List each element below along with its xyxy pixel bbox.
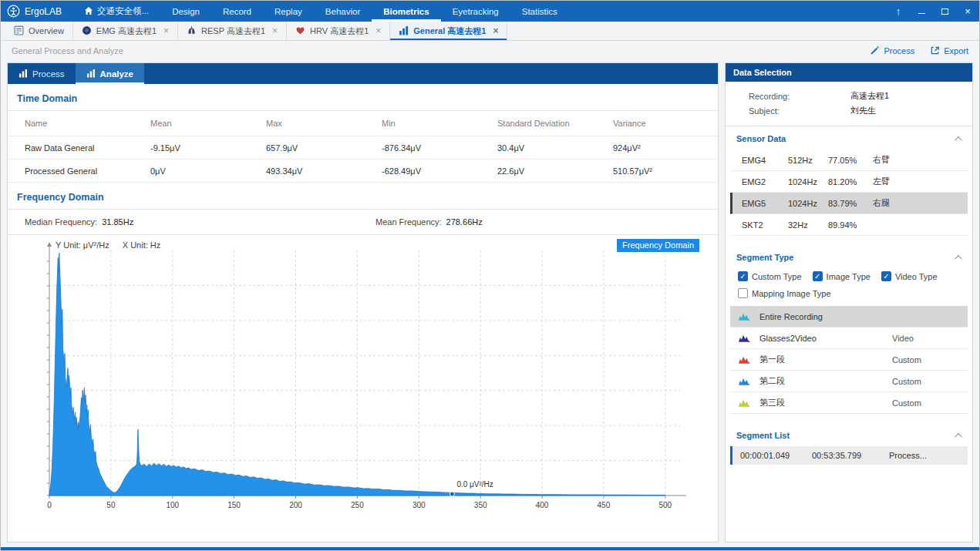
menu-item-behavior[interactable]: Behavior bbox=[314, 1, 372, 22]
chevron-up-icon bbox=[955, 432, 962, 440]
top-menu-bar: ErgoLAB 交通安全领... Design Record Replay Be… bbox=[1, 1, 979, 22]
svg-text:300: 300 bbox=[413, 501, 426, 509]
export-icon bbox=[930, 45, 940, 57]
tab-process[interactable]: Process bbox=[8, 63, 76, 84]
subject-value: 刘先生 bbox=[850, 105, 965, 116]
checkbox-custom-type[interactable]: Custom Type bbox=[738, 271, 802, 281]
export-action-button[interactable]: Export bbox=[930, 45, 968, 57]
tab-close-icon[interactable]: × bbox=[493, 25, 498, 36]
tab-close-icon[interactable]: × bbox=[163, 25, 169, 36]
sensor-row[interactable]: SKT2 32Hz 89.94% bbox=[730, 214, 968, 236]
svg-text:0: 0 bbox=[47, 501, 52, 509]
tab-close-icon[interactable]: × bbox=[272, 25, 278, 36]
recording-row: Recording: 高速去程1 bbox=[749, 89, 965, 103]
doc-tab-label: RESP 高速去程1 bbox=[201, 25, 265, 37]
pencil-icon bbox=[870, 45, 880, 57]
menu-item-label: Replay bbox=[274, 7, 302, 16]
process-action-button[interactable]: Process bbox=[870, 45, 914, 57]
doc-tab-hrv[interactable]: HRV 高速去程1 × bbox=[287, 22, 390, 40]
checkbox-image-type[interactable]: Image Type bbox=[813, 271, 871, 281]
table-row: Processed General 0μV 493.34μV -628.49μV… bbox=[8, 160, 718, 183]
sensor-row-selected[interactable]: EMG5 1024Hz 83.79% 右腿 bbox=[730, 193, 968, 214]
menu-item-record[interactable]: Record bbox=[211, 1, 263, 22]
segment-row-selected[interactable]: Entire Recording bbox=[730, 306, 968, 328]
column-header: Name bbox=[25, 119, 150, 128]
sensor-data-section-header[interactable]: Sensor Data bbox=[730, 126, 968, 150]
maximize-button[interactable] bbox=[933, 1, 956, 22]
menu-item-label: Statistics bbox=[522, 7, 557, 16]
segment-row[interactable]: Glasses2Video Video bbox=[730, 328, 968, 349]
cell: 657.9μV bbox=[266, 143, 382, 153]
segment-type-section: Segment Type Custom Type Image Type Vide… bbox=[726, 245, 972, 414]
segment-type-section-header[interactable]: Segment Type bbox=[730, 245, 968, 268]
menu-item-design[interactable]: Design bbox=[160, 1, 211, 22]
doc-tab-label: Overview bbox=[29, 26, 64, 35]
menu-item-eyetracking[interactable]: Eyetracking bbox=[441, 1, 510, 22]
data-selection-header: Data Selection bbox=[726, 63, 972, 82]
menu-item-label: Record bbox=[223, 7, 251, 16]
action-label: Process bbox=[884, 46, 914, 55]
document-tab-bar: Overview EMG 高速去程1 × RESP 高速去程1 × HRV 高速… bbox=[1, 22, 979, 41]
segment-type-filters: Custom Type Image Type Video Type Mappin… bbox=[730, 268, 968, 306]
cell: -876.34μV bbox=[382, 143, 497, 153]
sensor-row[interactable]: EMG4 512Hz 77.05% 右臂 bbox=[730, 150, 968, 171]
pin-to-top-button[interactable]: ↑ bbox=[887, 1, 910, 22]
close-button[interactable]: × bbox=[956, 1, 979, 22]
chart-legend-badge: Frequency Domain bbox=[617, 239, 699, 252]
ergolab-logo-icon bbox=[7, 5, 20, 18]
tab-close-icon[interactable]: × bbox=[375, 25, 381, 36]
mean-frequency: Mean Frequency:278.66Hz bbox=[375, 217, 718, 227]
menu-item-biometrics[interactable]: Biometrics bbox=[372, 1, 440, 22]
y-unit-label: Y Unit: μV²/Hz bbox=[56, 240, 109, 250]
segment-list-section: Segment List 00:00:01.049 00:53:35.799 P… bbox=[726, 423, 972, 465]
column-header: Variance bbox=[613, 119, 718, 128]
cell: Raw Data General bbox=[25, 143, 150, 153]
segment-row[interactable]: 第一段 Custom bbox=[730, 349, 968, 371]
minimize-icon bbox=[918, 13, 925, 14]
page-actions: Process Export bbox=[870, 45, 968, 57]
section-title: Segment List bbox=[736, 431, 790, 440]
minimize-button[interactable] bbox=[910, 1, 933, 22]
sensor-row[interactable]: EMG2 1024Hz 81.20% 左臂 bbox=[730, 171, 968, 193]
menu-item-project[interactable]: 交通安全领... bbox=[72, 1, 160, 22]
recording-value: 高速去程1 bbox=[850, 90, 965, 102]
column-header: Max bbox=[266, 119, 382, 128]
time-domain-header-row: Name Mean Max Min Standard Deviation Var… bbox=[8, 111, 718, 136]
frequency-spectrum-chart[interactable]: 0501001502002503003504004505000.0 μV²/Hz… bbox=[12, 238, 715, 535]
column-header: Mean bbox=[150, 119, 266, 128]
doc-tab-general[interactable]: General 高速去程1 × bbox=[390, 22, 507, 40]
breadcrumb: General Process and Analyze bbox=[12, 46, 123, 55]
segment-row[interactable]: 第二段 Custom bbox=[730, 371, 968, 392]
column-header: Min bbox=[382, 119, 497, 128]
app-brand[interactable]: ErgoLAB bbox=[1, 1, 72, 22]
doc-tab-label: HRV 高速去程1 bbox=[310, 25, 369, 37]
action-label: Export bbox=[944, 46, 968, 55]
subject-label: Subject: bbox=[749, 106, 850, 116]
maximize-icon bbox=[941, 8, 948, 15]
analysis-tab-bar: Process Analyze bbox=[8, 63, 718, 84]
cell: 22.6μV bbox=[497, 166, 613, 176]
doc-tab-overview[interactable]: Overview bbox=[5, 22, 73, 40]
segment-chart-icon bbox=[739, 377, 759, 385]
ergolab-window: ErgoLAB 交通安全领... Design Record Replay Be… bbox=[0, 0, 980, 551]
chevron-up-icon bbox=[955, 254, 962, 262]
tab-analyze[interactable]: Analyze bbox=[76, 63, 144, 84]
segment-list-section-header[interactable]: Segment List bbox=[730, 423, 968, 446]
spectrum-plot[interactable]: 0501001502002503003504004505000.0 μV²/Hz bbox=[12, 238, 710, 525]
checkbox-video-type[interactable]: Video Type bbox=[881, 271, 938, 281]
menu-item-replay[interactable]: Replay bbox=[263, 1, 314, 22]
doc-tab-label: General 高速去程1 bbox=[413, 25, 486, 37]
doc-tab-resp[interactable]: RESP 高速去程1 × bbox=[178, 22, 287, 40]
checkbox-mapping-image-type[interactable]: Mapping Image Type bbox=[738, 288, 831, 298]
segment-chart-icon bbox=[739, 334, 759, 342]
window-controls: ↑ × bbox=[887, 1, 979, 22]
doc-tab-emg[interactable]: EMG 高速去程1 × bbox=[73, 22, 178, 40]
menu-item-statistics[interactable]: Statistics bbox=[510, 1, 569, 22]
recording-label: Recording: bbox=[749, 92, 850, 101]
cell: 30.4μV bbox=[497, 143, 613, 153]
checkbox-icon bbox=[881, 271, 891, 281]
frequency-domain-title: Frequency Domain bbox=[8, 183, 718, 210]
segment-list-row-selected[interactable]: 00:00:01.049 00:53:35.799 Process... bbox=[730, 446, 968, 465]
segment-row[interactable]: 第三段 Custom bbox=[730, 392, 968, 414]
svg-text:200: 200 bbox=[289, 501, 302, 509]
